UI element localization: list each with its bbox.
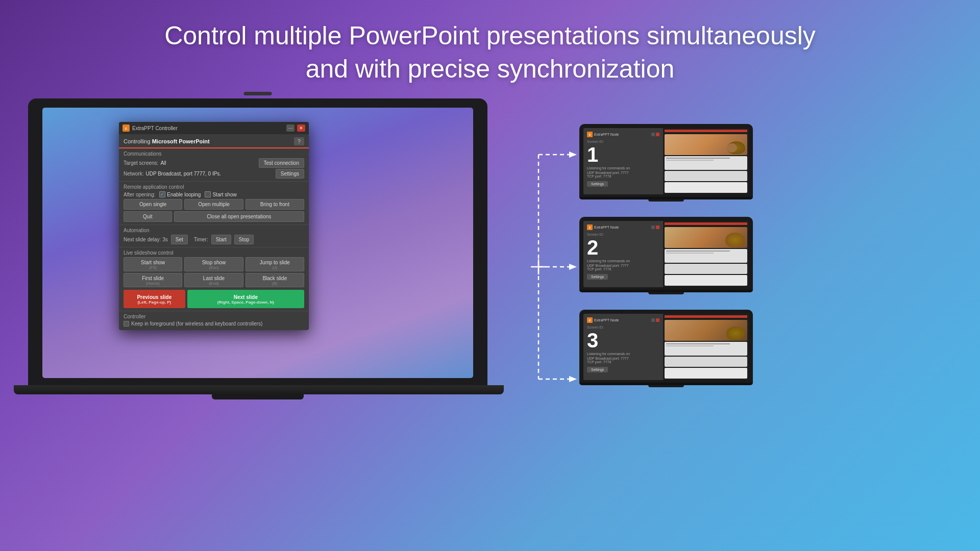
target-screens-label: Target screens: <box>124 160 158 166</box>
section-label-automation: Automation <box>124 228 304 233</box>
screen2-slide-1 <box>665 249 747 263</box>
dialog-app-icon: c <box>122 124 130 132</box>
headline: Control multiple PowerPoint presentation… <box>0 0 980 93</box>
screen3-udp: UDP Broadcast port: 7777 <box>587 357 659 360</box>
target-screens-value: All <box>160 160 166 166</box>
svg-marker-8 <box>569 376 577 382</box>
screen2-slide-3 <box>665 275 747 286</box>
set-button[interactable]: Set <box>171 235 188 244</box>
screen3-number: 3 <box>587 330 659 350</box>
screen1-slide-2 <box>665 171 747 182</box>
controlling-label: Controlling Microsoft PowerPoint <box>124 138 210 144</box>
test-connection-button[interactable]: Test connection <box>259 158 305 168</box>
screen1-settings-button[interactable]: Settings <box>587 181 608 187</box>
section-label-live: Live slideshow control <box>124 250 304 256</box>
laptop-notch <box>244 92 272 95</box>
screen3-slide-3 <box>665 368 747 379</box>
screen1-slide-1 <box>665 156 747 170</box>
screen1-tcp: TCP port: 7778 <box>587 174 659 178</box>
svg-marker-6 <box>569 264 577 270</box>
screen3-id-label: Screen ID: <box>587 325 659 329</box>
section-label-communications: Communications <box>124 151 304 157</box>
stop-show-button[interactable]: Stop show (Esc) <box>184 257 243 271</box>
monitor-1: c ExtraPPT Node Screen ID: 1 Listening f… <box>579 124 753 202</box>
timer-label: Timer: <box>194 237 208 242</box>
open-multiple-button[interactable]: Open multiple <box>184 199 243 210</box>
screen2-listening: Listening for commands on <box>587 259 659 264</box>
start-show-label: Start show <box>212 192 236 197</box>
screen3-listening: Listening for commands on <box>587 352 659 357</box>
next-slide-button[interactable]: Next slide (Right, Space, Page-down, N) <box>187 290 304 308</box>
black-shortcut: (B) <box>248 281 302 286</box>
app-name: Microsoft PowerPoint <box>152 138 210 144</box>
open-single-button[interactable]: Open single <box>124 199 182 210</box>
start-show-checkbox[interactable]: Start show <box>205 191 236 197</box>
screen-3-item: c ExtraPPT Node Screen ID: 3 Listening f… <box>579 310 753 387</box>
section-label-controller: Controller <box>124 314 304 319</box>
screen2-slide-2 <box>665 264 747 274</box>
quit-button[interactable]: Quit <box>124 211 172 222</box>
screen1-slide-3 <box>665 182 747 193</box>
enable-looping-label: Enable looping <box>167 192 201 197</box>
screen3-slide-main <box>665 320 747 341</box>
network-value: UDP Broadcast, port 7777, 0 IPs. <box>145 171 221 177</box>
previous-slide-button[interactable]: Previous slide (Left, Page-up, P) <box>124 290 185 308</box>
screen-1-item: c ExtraPPT Node Screen ID: 1 Listening f… <box>579 124 753 202</box>
screen1-listening: Listening for commands on <box>587 166 659 171</box>
last-slide-button[interactable]: Last slide (End) <box>184 273 243 287</box>
monitor-2: c ExtraPPT Node Screen ID: 2 Listening f… <box>579 217 753 294</box>
laptop-stand <box>212 394 304 399</box>
automation-section: Automation Next slide delay: 3s Set Time… <box>119 225 309 247</box>
screen3-settings-button[interactable]: Settings <box>587 367 608 372</box>
first-slide-button[interactable]: First slide (Home) <box>124 273 182 287</box>
screen1-udp: UDP Broadcast port: 7777 <box>587 171 659 174</box>
communications-section: Communications Target screens: All Test … <box>119 148 309 182</box>
screen2-number: 2 <box>587 237 659 258</box>
settings-button[interactable]: Settings <box>276 169 304 179</box>
live-slideshow-section: Live slideshow control Start show (F5) S… <box>119 247 309 311</box>
headline-line1: Control multiple PowerPoint presentation… <box>164 21 816 50</box>
dialog-subtitle-row: Controlling Microsoft PowerPoint ? <box>119 134 309 148</box>
screen2-slide-main <box>665 227 747 248</box>
screen1-id-label: Screen ID: <box>587 140 659 143</box>
network-label: Network: <box>124 171 143 177</box>
close-button[interactable]: ✕ <box>297 124 305 132</box>
screen2-settings-button[interactable]: Settings <box>587 274 608 280</box>
section-label-remote: Remote application control <box>124 184 304 190</box>
laptop-display: c ExtraPPT Controller — ✕ Controlling Mi… <box>28 98 487 399</box>
minimize-button[interactable]: — <box>286 124 295 132</box>
headline-line2: and with precise synchronization <box>306 55 675 83</box>
extrappt-dialog: c ExtraPPT Controller — ✕ Controlling Mi… <box>119 122 309 330</box>
timer-stop-button[interactable]: Stop <box>234 235 254 244</box>
laptop-screen: c ExtraPPT Controller — ✕ Controlling Mi… <box>42 108 473 378</box>
screen2-tcp: TCP port: 7778 <box>587 267 659 271</box>
controller-section: Controller Keep in foreground (for wirel… <box>119 311 309 330</box>
laptop-base <box>14 385 504 394</box>
stop-show-shortcut: (Esc) <box>187 265 240 270</box>
screen3-slide-1 <box>665 342 747 356</box>
keep-foreground-checkbox[interactable]: Keep in foreground (for wireless and key… <box>124 321 304 327</box>
jump-to-slide-button[interactable]: Jump to slide (J) <box>246 257 304 271</box>
screen-2-item: c ExtraPPT Node Screen ID: 2 Listening f… <box>579 217 753 294</box>
enable-looping-checkbox[interactable]: ✓ Enable looping <box>159 191 201 197</box>
screen1-number: 1 <box>587 144 659 165</box>
close-all-button[interactable]: Close all open presentations <box>174 211 305 222</box>
dialog-titlebar: c ExtraPPT Controller — ✕ <box>119 122 309 134</box>
screen2-id-label: Screen ID: <box>587 233 659 236</box>
monitor-3: c ExtraPPT Node Screen ID: 3 Listening f… <box>579 310 753 387</box>
bring-to-front-button[interactable]: Bring to front <box>246 199 304 210</box>
timer-start-button[interactable]: Start <box>211 235 231 244</box>
next-slide-delay-label: Next slide delay: 3s <box>124 237 168 242</box>
last-shortcut: (End) <box>187 281 240 286</box>
first-shortcut: (Home) <box>126 281 180 286</box>
screen2-udp: UDP Broadcast port: 7777 <box>587 264 659 267</box>
prev-shortcut: (Left, Page-up, P) <box>127 300 182 305</box>
start-show-button[interactable]: Start show (F5) <box>124 257 182 271</box>
black-slide-button[interactable]: Black slide (B) <box>246 273 304 287</box>
next-shortcut: (Right, Space, Page-down, N) <box>190 300 301 305</box>
help-button[interactable]: ? <box>294 137 304 145</box>
remote-control-section: Remote application control After opening… <box>119 182 309 225</box>
screen3-tcp: TCP port: 7778 <box>587 360 659 364</box>
keep-foreground-label: Keep in foreground (for wireless and key… <box>131 321 262 327</box>
after-opening-label: After opening: <box>124 192 155 197</box>
